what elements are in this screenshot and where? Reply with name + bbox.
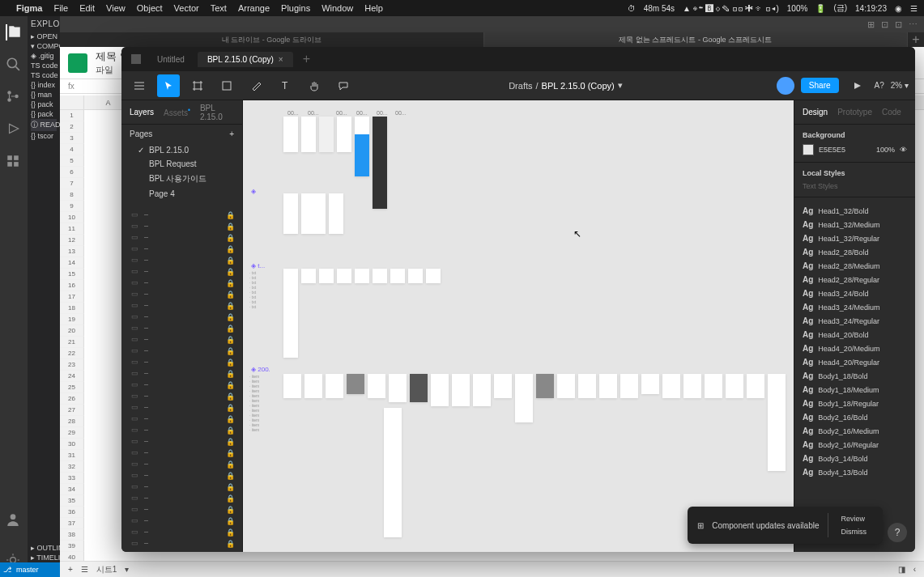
close-icon[interactable]: × (279, 55, 283, 64)
canvas-frame[interactable] (326, 374, 343, 398)
canvas-frame[interactable] (426, 269, 441, 283)
chevron-down-icon[interactable]: ▾ (618, 80, 623, 91)
lock-icon[interactable]: 🔒 (226, 528, 232, 535)
canvas-frame[interactable] (355, 269, 369, 283)
canvas-frame[interactable] (452, 374, 470, 406)
text-style-item[interactable]: AgHead2_28/Bold (803, 245, 907, 259)
browser-tab-icon[interactable]: ⊡ (881, 19, 888, 30)
background-hex[interactable]: E5E5E5 (819, 146, 845, 154)
layer-row[interactable]: ▭–🔒 (121, 243, 242, 254)
layer-row[interactable]: ▭–🔒 (121, 299, 242, 311)
layer-row[interactable]: ▭–🔒 (121, 209, 242, 220)
prototype-tab[interactable]: Prototype (837, 108, 872, 117)
layer-row[interactable]: ▭–🔒 (121, 220, 242, 231)
canvas-frame[interactable] (599, 374, 617, 398)
app-name[interactable]: Figma (16, 3, 42, 13)
menu-object[interactable]: Object (137, 3, 163, 13)
canvas-frame[interactable] (283, 269, 298, 358)
text-style-item[interactable]: AgHead3_24/Regular (803, 314, 907, 328)
layer-row[interactable]: ▭–🔒 (121, 469, 242, 481)
layer-row[interactable]: ▭–🔒 (121, 492, 242, 503)
layer-row[interactable]: ▭–🔒 (121, 503, 242, 515)
lock-icon[interactable]: 🔒 (226, 472, 232, 478)
account-icon[interactable] (6, 512, 22, 528)
browser-tab[interactable]: 제목 없는 스프레드시트 - Google 스프레드시트 (484, 32, 909, 47)
canvas-frame[interactable] (578, 374, 596, 398)
file-item[interactable]: {} index (31, 80, 57, 90)
canvas-frame[interactable] (473, 374, 491, 406)
code-tab[interactable]: Code (882, 108, 901, 117)
layer-row[interactable]: ▭–🔒 (121, 379, 242, 390)
lock-icon[interactable]: 🔒 (226, 359, 232, 365)
canvas-frame[interactable] (557, 374, 575, 398)
lock-icon[interactable]: 🔒 (226, 426, 232, 433)
lock-icon[interactable]: 🔒 (226, 370, 232, 376)
canvas-frame[interactable] (301, 117, 316, 152)
canvas-frame[interactable] (384, 408, 402, 537)
canvas-frame[interactable] (283, 374, 301, 398)
layer-row[interactable]: ▭–🔒 (121, 356, 242, 367)
explorer-icon[interactable] (6, 24, 22, 40)
canvas-frame[interactable] (347, 374, 364, 394)
sheet-tab[interactable]: 시트1 (96, 564, 117, 575)
text-style-item[interactable]: AgHead3_24/Bold (803, 286, 907, 300)
git-icon[interactable] (6, 89, 22, 105)
share-button[interactable]: Share (801, 78, 839, 93)
lock-icon[interactable]: 🔒 (226, 291, 232, 297)
file-item[interactable]: {} man (31, 90, 57, 100)
debug-icon[interactable] (6, 121, 22, 138)
dismiss-button[interactable]: Dismiss (835, 526, 874, 537)
shape-tool-icon[interactable] (215, 74, 238, 97)
lock-icon[interactable]: 🔒 (226, 494, 232, 501)
search-icon[interactable] (6, 57, 22, 73)
figma-home-icon[interactable] (128, 51, 144, 67)
canvas-frame[interactable] (390, 269, 405, 283)
layer-row[interactable]: ▭–🔒 (121, 288, 242, 299)
canvas-frame[interactable] (726, 374, 743, 398)
new-tab-button[interactable]: + (296, 52, 317, 66)
section-open[interactable]: ▸ OPEN E (31, 32, 57, 41)
layer-row[interactable]: ▭–🔒 (121, 390, 242, 401)
file-item[interactable]: TS code (31, 61, 57, 70)
pen-tool-icon[interactable] (245, 74, 267, 97)
canvas-frame[interactable] (431, 374, 449, 406)
text-style-item[interactable]: AgBody4_13/Bold (803, 465, 907, 479)
canvas-frame[interactable] (304, 374, 322, 398)
add-page-button[interactable]: + (229, 129, 234, 138)
lock-icon[interactable]: 🔒 (226, 234, 232, 240)
figma-tab[interactable]: BPL 2.15.0 (Copy)× (198, 52, 293, 67)
canvas-frame[interactable] (494, 374, 512, 398)
branch-icon[interactable]: ⎇ (3, 566, 11, 574)
layer-row[interactable]: ▭–🔒 (121, 345, 242, 356)
explore-button[interactable]: ◨ (898, 565, 905, 574)
text-style-item[interactable]: AgHead2_28/Medium (803, 259, 907, 273)
file-item[interactable]: ⓘ READ (31, 119, 57, 131)
text-style-item[interactable]: AgHead1_32/Medium (803, 218, 907, 231)
layer-row[interactable]: ▭–🔒 (121, 413, 242, 424)
eye-icon[interactable]: 👁 (900, 146, 907, 154)
browser-tab-icon[interactable]: ⊞ (867, 19, 875, 30)
extensions-icon[interactable] (6, 154, 22, 170)
menu-view[interactable]: View (106, 3, 126, 13)
text-style-item[interactable]: AgBody1_18/Regular (803, 397, 907, 410)
text-style-item[interactable]: AgBody1_18/Medium (803, 383, 907, 397)
hand-tool-icon[interactable] (303, 74, 326, 97)
text-style-item[interactable]: AgHead3_24/Medium (803, 300, 907, 314)
section-compo[interactable]: ▾ COMPO (31, 41, 57, 51)
canvas-frame[interactable] (410, 374, 428, 402)
comment-tool-icon[interactable] (332, 74, 355, 97)
canvas-frame[interactable] (355, 117, 369, 176)
figma-tab[interactable]: Untitled (147, 52, 194, 67)
layer-row[interactable]: ▭–🔒 (121, 265, 242, 277)
file-item[interactable]: TS code (31, 70, 57, 80)
lock-icon[interactable]: 🔒 (226, 404, 232, 410)
lock-icon[interactable]: 🔒 (226, 540, 232, 546)
layer-row[interactable]: ▭–🔒 (121, 458, 242, 469)
new-tab-button[interactable]: + (908, 32, 924, 47)
file-item[interactable]: {} pack (31, 109, 57, 119)
background-opacity[interactable]: 100% (876, 146, 895, 154)
canvas-frame[interactable] (705, 374, 722, 398)
lock-icon[interactable]: 🔒 (226, 302, 232, 308)
canvas-frame[interactable] (329, 193, 343, 234)
layer-row[interactable]: ▭–🔒 (121, 401, 242, 413)
